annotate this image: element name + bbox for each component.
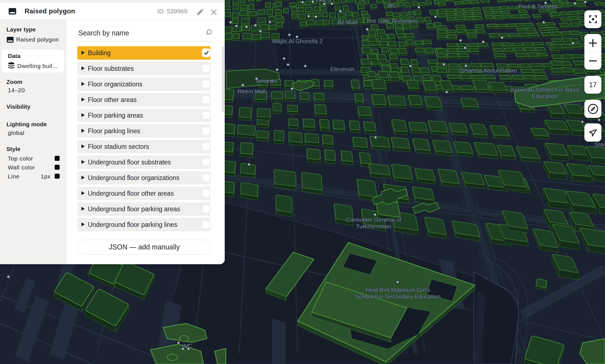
svg-text:WC: WC [182,343,192,349]
svg-text:B2 Mall: B2 Mall [337,19,357,25]
svg-text:Consulate General of: Consulate General of [346,216,401,223]
svg-text:Foul & Tamees: Foul & Tamees [519,3,558,9]
svg-text:Reem Mall: Reem Mall [238,88,265,94]
svg-text:Elevensh: Elevensh [330,66,354,72]
svg-text:WC: WC [387,2,397,9]
svg-text:Star: Star [594,141,605,147]
svg-text:School For Secondary Education: School For Secondary Education [355,293,441,300]
svg-text:Amanos: Amanos [256,77,277,84]
svg-text:Turkmenistan: Turkmenistan [356,223,391,229]
svg-text:The Little Dreamers: The Little Dreamers [366,18,417,24]
svg-text:Majlis Al Ghoreifa 2: Majlis Al Ghoreifa 2 [272,38,323,44]
svg-text:Villa 6: Villa 6 [315,0,331,3]
svg-text:Jumeirah School For Basic: Jumeirah School For Basic [510,86,580,93]
svg-text:Education: Education [532,93,558,99]
svg-text:Hind Bint Maktoum Girl's: Hind Bint Maktoum Girl's [366,287,430,293]
svg-text:Shamsa Abdul Rahim: Shamsa Abdul Rahim [461,67,517,74]
